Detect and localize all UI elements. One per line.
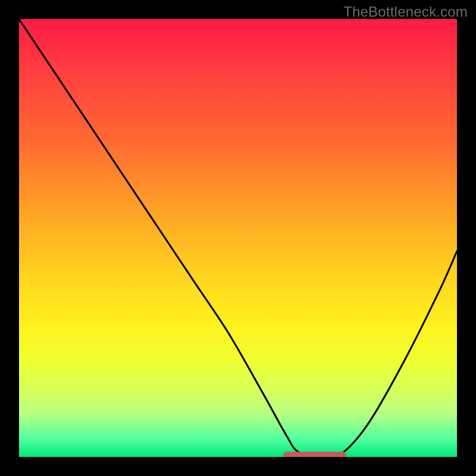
curve-path	[19, 19, 457, 457]
chart-plot-area	[19, 19, 457, 457]
bottleneck-curve	[19, 19, 457, 457]
chart-frame: TheBottleneck.com	[0, 0, 476, 476]
watermark-text: TheBottleneck.com	[343, 4, 468, 20]
